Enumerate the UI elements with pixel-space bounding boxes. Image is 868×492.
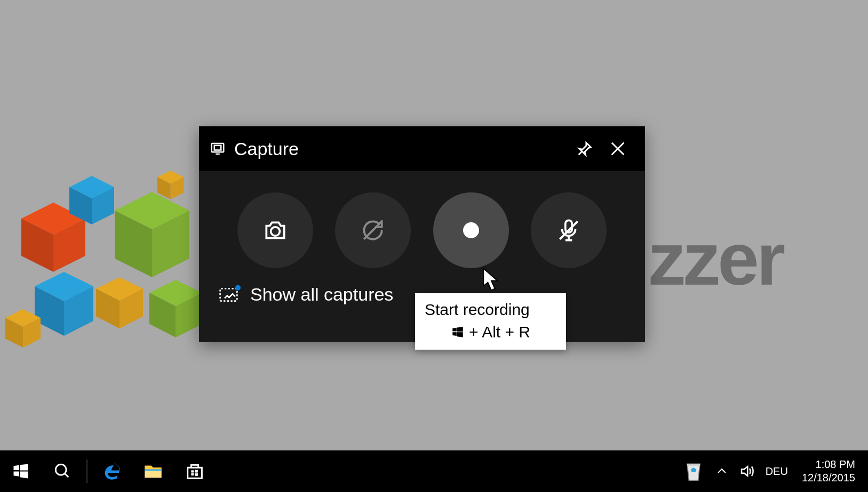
chevron-up-icon (715, 465, 728, 478)
windows-key-icon (451, 325, 465, 339)
capture-panel-title: Capture (234, 139, 299, 159)
svg-line-39 (65, 473, 68, 477)
search-button[interactable] (42, 450, 83, 492)
file-explorer-icon (142, 460, 164, 482)
mouse-cursor-icon (482, 268, 501, 292)
desktop: zzer (0, 0, 868, 492)
start-button[interactable] (0, 450, 42, 492)
store-taskbar-button[interactable] (174, 450, 216, 492)
svg-rect-44 (191, 473, 194, 475)
taskbar-separator (86, 459, 87, 483)
start-recording-button[interactable] (433, 192, 509, 268)
store-icon (184, 461, 205, 482)
tooltip-title: Start recording (425, 301, 556, 319)
capture-buttons-row (199, 171, 645, 279)
language-label: DEU (766, 465, 788, 478)
clock-tray[interactable]: 1:08 PM 12/18/2015 (793, 450, 868, 492)
capture-panel-header: Capture (199, 126, 645, 171)
record-last-disabled-icon (360, 217, 386, 244)
clock-date: 12/18/2015 (802, 471, 855, 485)
microphone-toggle-button[interactable] (531, 192, 607, 268)
tray-overflow-button[interactable] (710, 450, 734, 492)
svg-point-31 (463, 222, 479, 238)
recycle-bin-tray[interactable] (677, 450, 710, 492)
camera-icon (262, 217, 289, 244)
svg-rect-36 (220, 288, 237, 301)
close-icon (609, 140, 627, 158)
svg-rect-24 (212, 143, 224, 152)
svg-point-38 (55, 464, 66, 475)
svg-rect-42 (191, 470, 194, 472)
pin-button[interactable] (568, 132, 601, 165)
pin-icon (576, 140, 594, 158)
volume-tray-button[interactable] (734, 450, 760, 492)
svg-point-37 (235, 285, 241, 291)
taskbar: DEU 1:08 PM 12/18/2015 (0, 450, 868, 492)
recycle-bin-icon (682, 458, 705, 484)
record-last-button[interactable] (335, 192, 411, 268)
svg-rect-45 (195, 473, 198, 476)
speaker-icon (739, 463, 755, 479)
windows-logo-icon (11, 462, 30, 481)
clock-time: 1:08 PM (802, 458, 855, 471)
capture-widget-icon (210, 141, 226, 157)
show-all-captures-label: Show all captures (250, 284, 393, 305)
file-explorer-taskbar-button[interactable] (132, 450, 174, 492)
svg-rect-43 (195, 470, 198, 473)
gallery-icon (219, 285, 241, 304)
close-button[interactable] (601, 132, 634, 165)
microphone-off-icon (555, 217, 582, 244)
tooltip-shortcut: + Alt + R (425, 323, 556, 341)
record-icon (460, 220, 482, 241)
wallpaper-cubes-icon (5, 171, 208, 352)
wallpaper-brand-text: zzer (648, 216, 783, 302)
start-recording-tooltip: Start recording + Alt + R (415, 293, 566, 350)
svg-point-29 (270, 227, 280, 236)
edge-taskbar-button[interactable] (91, 450, 132, 492)
edge-icon (100, 460, 123, 482)
svg-rect-41 (145, 470, 162, 472)
language-indicator[interactable]: DEU (760, 450, 793, 492)
system-tray: DEU 1:08 PM 12/18/2015 (677, 450, 868, 492)
screenshot-button[interactable] (237, 192, 313, 268)
svg-rect-25 (214, 146, 221, 150)
search-icon (53, 462, 71, 480)
